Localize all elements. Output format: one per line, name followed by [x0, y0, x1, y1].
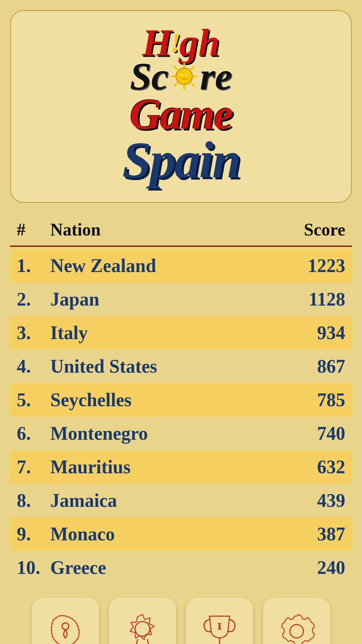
row-nation: Monaco — [50, 523, 278, 545]
bottom-nav: I — [32, 598, 330, 644]
table-row: 10. Greece 240 — [10, 551, 352, 584]
row-score: 439 — [278, 490, 345, 511]
table-row: 7. Mauritius 632 — [10, 450, 352, 484]
row-score: 867 — [278, 356, 345, 377]
svg-point-12 — [135, 622, 150, 636]
row-rank: 10. — [17, 557, 50, 578]
row-score: 1223 — [278, 255, 345, 276]
table-row: 2. Japan 1128 — [10, 282, 352, 316]
row-score: 934 — [278, 322, 345, 343]
svg-point-11 — [62, 623, 69, 630]
table-row: 6. Montenegro 740 — [10, 417, 352, 450]
row-rank: 8. — [17, 490, 50, 511]
table-divider — [10, 246, 352, 247]
col-header-rank: # — [17, 220, 50, 239]
country-title: Spain — [122, 134, 240, 186]
row-score: 785 — [278, 389, 345, 411]
svg-point-9 — [181, 74, 183, 76]
table-row: 5. Seychelles 785 — [10, 383, 352, 417]
row-rank: 1. — [17, 255, 50, 276]
row-score: 740 — [278, 423, 345, 444]
row-nation: United States — [50, 356, 278, 377]
header-card: H ! gh Sc — [10, 10, 352, 203]
logo-wrapper: H ! gh Sc — [122, 23, 240, 186]
scoreboard: # Nation Score 1. New Zealand 1223 2. Ja… — [10, 216, 352, 584]
table-row: 4. United States 867 — [10, 350, 352, 383]
map-nav-button[interactable] — [32, 598, 99, 644]
table-row: 9. Monaco 387 — [10, 517, 352, 551]
table-body: 1. New Zealand 1223 2. Japan 1128 3. Ita… — [10, 249, 352, 584]
sun-icon — [169, 61, 199, 92]
svg-text:I: I — [218, 621, 222, 632]
svg-point-8 — [176, 68, 192, 85]
col-header-score: Score — [278, 220, 345, 239]
svg-point-10 — [185, 74, 187, 76]
row-rank: 7. — [17, 456, 50, 478]
row-rank: 3. — [17, 322, 50, 343]
row-nation: Japan — [50, 288, 278, 310]
col-header-nation: Nation — [50, 220, 278, 239]
row-rank: 9. — [17, 523, 50, 545]
table-row: 3. Italy 934 — [10, 316, 352, 350]
map-icon — [44, 609, 87, 644]
table-row: 8. Jamaica 439 — [10, 484, 352, 517]
svg-line-4 — [175, 67, 177, 69]
trophy-nav-button[interactable]: I — [186, 598, 253, 644]
svg-line-5 — [191, 84, 194, 86]
row-nation: Jamaica — [50, 490, 278, 511]
trophy-icon: I — [198, 609, 241, 644]
row-score: 632 — [278, 456, 345, 478]
row-score: 240 — [278, 557, 345, 578]
settings-icon — [275, 609, 318, 644]
row-nation: New Zealand — [50, 255, 278, 276]
settings-nav-button[interactable] — [263, 598, 330, 644]
row-score: 387 — [278, 523, 345, 545]
table-row: 1. New Zealand 1223 — [10, 249, 352, 282]
row-nation: Seychelles — [50, 389, 278, 411]
row-rank: 6. — [17, 423, 50, 444]
table-header: # Nation Score — [10, 216, 352, 243]
svg-point-16 — [290, 625, 303, 638]
svg-line-6 — [191, 67, 194, 69]
row-rank: 4. — [17, 356, 50, 377]
row-nation: Italy — [50, 322, 278, 343]
svg-line-7 — [175, 84, 177, 86]
medal-icon — [121, 609, 164, 644]
medal-nav-button[interactable] — [109, 598, 176, 644]
game-title: Game — [130, 92, 232, 136]
row-nation: Greece — [50, 557, 278, 578]
row-nation: Montenegro — [50, 423, 278, 444]
row-rank: 2. — [17, 288, 50, 310]
row-score: 1128 — [278, 288, 345, 310]
row-rank: 5. — [17, 389, 50, 411]
row-nation: Mauritius — [50, 456, 278, 478]
